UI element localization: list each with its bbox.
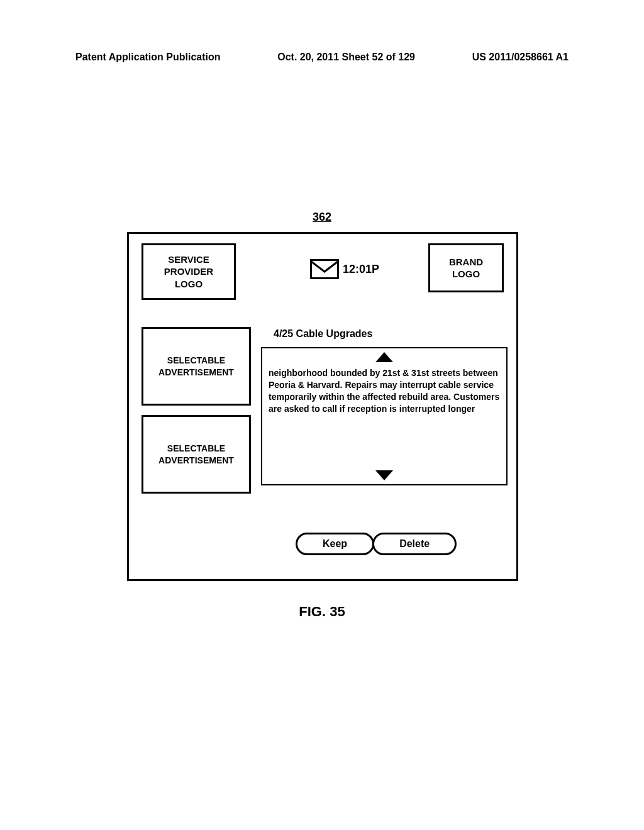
- message-body: neighborhood bounded by 21st & 31st stre…: [269, 367, 500, 415]
- header-center: Oct. 20, 2011 Sheet 52 of 129: [277, 52, 415, 63]
- message-box: neighborhood bounded by 21st & 31st stre…: [261, 347, 508, 485]
- figure-reference-number: 362: [313, 211, 331, 224]
- brand-logo: BRANDLOGO: [428, 243, 504, 292]
- ad2-text: SELECTABLEADVERTISEMENT: [158, 443, 234, 465]
- delete-button[interactable]: Delete: [372, 533, 457, 555]
- mail-icon: [310, 259, 339, 279]
- scroll-up-icon[interactable]: [375, 352, 393, 362]
- service-provider-logo-text: SERVICEPROVIDERLOGO: [164, 253, 213, 290]
- header-right: US 2011/0258661 A1: [472, 52, 569, 63]
- page-header: Patent Application Publication Oct. 20, …: [75, 52, 569, 63]
- scroll-down-icon[interactable]: [375, 470, 393, 480]
- button-row: Keep Delete: [296, 533, 457, 555]
- keep-button[interactable]: Keep: [296, 533, 374, 555]
- message-title: 4/25 Cable Upgrades: [274, 328, 372, 340]
- ad1-text: SELECTABLEADVERTISEMENT: [158, 355, 234, 377]
- top-row: SERVICEPROVIDERLOGO 12:01P BRANDLOGO: [142, 243, 504, 300]
- selectable-advertisement-2[interactable]: SELECTABLEADVERTISEMENT: [142, 415, 251, 494]
- service-provider-logo: SERVICEPROVIDERLOGO: [142, 243, 236, 300]
- header-left: Patent Application Publication: [75, 52, 221, 63]
- figure-caption: FIG. 35: [299, 604, 345, 620]
- brand-logo-text: BRANDLOGO: [449, 256, 483, 280]
- clock-time: 12:01P: [343, 263, 379, 276]
- mail-time-group: 12:01P: [310, 259, 379, 279]
- selectable-advertisement-1[interactable]: SELECTABLEADVERTISEMENT: [142, 327, 251, 406]
- tv-screen-frame: SERVICEPROVIDERLOGO 12:01P BRANDLOGO SEL…: [127, 232, 518, 581]
